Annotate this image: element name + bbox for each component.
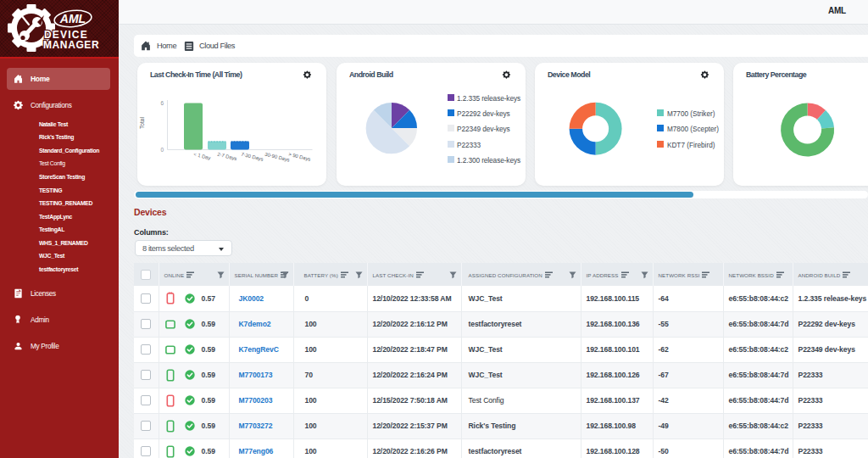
svg-text:6: 6 (160, 100, 164, 106)
svg-text:30-90 Days: 30-90 Days (264, 152, 291, 163)
svg-text:Total: Total (139, 117, 145, 129)
svg-text:P22349 dev-keys: P22349 dev-keys (457, 125, 510, 133)
svg-text:Android Build: Android Build (349, 70, 393, 79)
svg-text:7-30 Days: 7-30 Days (241, 152, 264, 162)
svg-text:1.2.335 release-keys: 1.2.335 release-keys (457, 94, 520, 103)
svg-text:< 1 Day: < 1 Day (193, 152, 211, 161)
svg-text:Device Model: Device Model (548, 70, 590, 79)
svg-text:P22333: P22333 (457, 141, 481, 149)
svg-text:Last Check-In Time (All Time): Last Check-In Time (All Time) (150, 70, 242, 79)
svg-text:M7800 (Scepter): M7800 (Scepter) (667, 126, 719, 133)
svg-text:MANAGER: MANAGER (43, 39, 99, 51)
svg-text:M7700 (Striker): M7700 (Striker) (667, 110, 715, 118)
svg-text:> 90 Days: > 90 Days (288, 152, 311, 162)
svg-text:0: 0 (160, 147, 164, 153)
svg-text:Battery Percentage: Battery Percentage (746, 70, 807, 79)
svg-text:1.2.300 release-keys: 1.2.300 release-keys (457, 156, 520, 165)
svg-text:P22292 dev-keys: P22292 dev-keys (457, 109, 510, 118)
svg-text:2-7 Days: 2-7 Days (217, 152, 237, 162)
svg-text:KDT7 (Firebird): KDT7 (Firebird) (667, 142, 715, 149)
svg-text:AML: AML (59, 12, 86, 25)
